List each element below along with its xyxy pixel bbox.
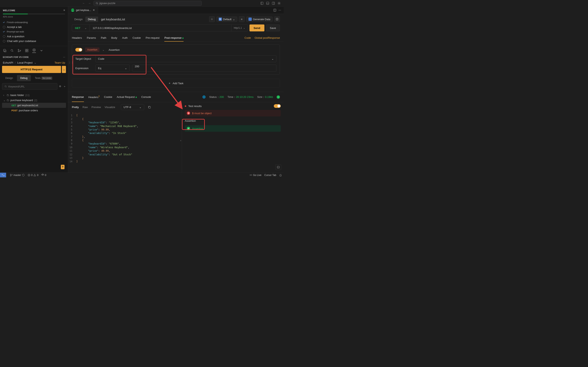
chevron-down-icon[interactable]: ⌄ <box>34 61 36 64</box>
tree-request[interactable]: GET get keyboardsList <box>2 103 66 108</box>
error-icon: ✕ <box>187 111 190 115</box>
url-input[interactable]: 127.0.0.1:8080/api/keyboardsList <box>90 26 231 30</box>
collapse-handle-icon[interactable]: › <box>180 139 181 142</box>
tab-path[interactable]: Path <box>101 34 106 42</box>
save-button[interactable]: Save <box>266 25 280 31</box>
mode-design[interactable]: Design <box>72 17 85 22</box>
test-results-toggle[interactable] <box>274 104 281 108</box>
tab-debug[interactable]: Debug <box>17 75 31 81</box>
panel-left-icon[interactable] <box>260 1 265 6</box>
welcome-item[interactable]: ✓Prompt an edit <box>3 29 65 34</box>
mode-debug[interactable]: Debug <box>85 17 98 22</box>
tab-prerequest[interactable]: Pre-request <box>146 34 160 42</box>
echoapi-icon[interactable] <box>32 48 36 53</box>
download-icon[interactable]: ↓ <box>277 95 280 99</box>
git-branch[interactable]: master <box>10 174 25 176</box>
resp-tab-response[interactable]: Response <box>72 94 84 100</box>
notifications-icon[interactable] <box>279 174 282 176</box>
add-task-button[interactable]: ＋ Add Task <box>72 79 280 88</box>
file-tab[interactable]: HTTP get keyboa... ✕ <box>68 7 98 14</box>
chevron-down-icon[interactable] <box>40 49 43 52</box>
resp-tab-cookie[interactable]: Cookie <box>104 94 112 100</box>
welcome-item[interactable]: ✓Finish onboarding <box>3 20 65 25</box>
tab-body[interactable]: Body <box>111 34 117 42</box>
tree-request[interactable]: POST purchase orders <box>2 108 66 113</box>
tab-postresponse[interactable]: Post-response <box>164 34 183 42</box>
expression-op-select[interactable]: Eq ⌄ <box>95 65 130 72</box>
http-request-button[interactable]: HTTP1/2 Request <box>2 66 61 73</box>
assertion-toggle[interactable] <box>75 48 82 52</box>
welcome-item[interactable]: Chat with your codebase <box>3 39 65 43</box>
ports[interactable]: 0 <box>41 174 46 176</box>
view-raw[interactable]: Raw <box>82 106 88 109</box>
problems[interactable]: 0 0 <box>27 174 38 176</box>
search-icon[interactable] <box>10 49 14 52</box>
svg-point-26 <box>12 174 12 175</box>
split-editor-icon[interactable] <box>273 8 277 12</box>
layout-icon[interactable] <box>276 164 281 170</box>
cursor-tab[interactable]: Cursor Tab <box>264 174 276 176</box>
assertion-section-label: Assertion <box>185 118 281 123</box>
assertion-result-row[interactable]: ✓ Assertion <box>185 125 281 132</box>
close-icon[interactable]: ✕ <box>93 8 95 12</box>
helper-badge-icon[interactable]: ? <box>61 165 65 169</box>
drag-handle-icon[interactable]: ⋮⋮ <box>68 61 74 64</box>
welcome-item[interactable]: Ask a question <box>3 34 65 39</box>
tab-params[interactable]: Params <box>87 34 96 42</box>
tab-auth[interactable]: Auth <box>122 34 128 42</box>
send-button[interactable]: Send <box>250 25 264 31</box>
team-up-link[interactable]: Team Up <box>54 61 65 64</box>
search-input[interactable]: Keyword/URL <box>2 83 57 90</box>
method-select[interactable]: GET ⌄ <box>72 25 90 31</box>
global-postresponse-link[interactable]: Global postResponse <box>255 36 280 39</box>
assertion-name[interactable]: Assertion <box>109 48 120 51</box>
copy-icon[interactable] <box>148 106 151 109</box>
extensions-icon[interactable] <box>25 49 29 52</box>
generate-data-button[interactable]: Generate Data <box>246 17 273 22</box>
files-icon[interactable] <box>3 49 7 52</box>
command-center-search[interactable]: jigsaw-puzzle <box>94 1 202 6</box>
add-icon[interactable]: ＋ <box>63 85 66 88</box>
panel-right-icon[interactable] <box>272 1 276 6</box>
resp-tab-console[interactable]: Console <box>141 94 151 100</box>
settings-gear-icon[interactable] <box>277 1 282 6</box>
resp-tab-actual[interactable]: Actual Request <box>117 94 137 100</box>
encoding-select[interactable]: UTF-8 ⌄ <box>121 104 144 110</box>
tree-folder[interactable]: ⌄ 🗀 purchase keyboard (2) <box>2 98 66 103</box>
list-icon[interactable]: ≡ <box>239 16 245 22</box>
view-preview[interactable]: Preview <box>91 106 101 109</box>
panel-bottom-icon[interactable] <box>266 1 270 6</box>
environment-select[interactable]: D Default ⌄ <box>216 17 237 22</box>
remote-icon[interactable] <box>0 173 6 178</box>
close-icon[interactable]: ✕ <box>63 9 65 12</box>
globe-icon[interactable]: 🌐 <box>202 95 206 99</box>
welcome-item[interactable]: Accept a tab <box>3 25 65 29</box>
resp-tab-headers[interactable]: Headers3 <box>88 94 100 100</box>
svg-rect-12 <box>25 51 26 52</box>
http-request-menu-button[interactable]: ⌄ <box>62 66 66 73</box>
more-icon[interactable]: ⋯ <box>278 8 281 12</box>
tab-headers[interactable]: Headers <box>72 34 82 42</box>
chevron-down-icon[interactable]: ⌄ <box>102 48 104 51</box>
search-icon <box>96 2 98 4</box>
nav-back-button[interactable]: ← <box>81 1 86 6</box>
view-visualize[interactable]: Visualize <box>104 106 115 109</box>
view-pretty[interactable]: Pretty <box>72 106 79 109</box>
tab-design[interactable]: Design <box>2 75 16 81</box>
settings-icon[interactable] <box>209 16 215 22</box>
save-icon[interactable] <box>274 16 280 22</box>
more-icon[interactable]: ⋯ <box>63 56 65 58</box>
go-live[interactable]: Go Live <box>250 174 261 176</box>
tree-folder[interactable]: › 🗀 basic folder (11) <box>2 92 66 98</box>
protocol-select[interactable]: http/1.1 ⌄ <box>231 25 248 31</box>
test-result-row[interactable]: ✕ $ must be object <box>185 110 281 117</box>
nav-forward-button[interactable]: → <box>87 1 92 6</box>
locate-icon[interactable]: ⊕ <box>59 85 61 88</box>
tab-tests[interactable]: TestsNo Limits <box>32 75 56 81</box>
code-link[interactable]: Code <box>245 36 251 39</box>
response-body-viewer[interactable]: 1234567891011121314 [ { "keyboardId": "1… <box>68 112 182 173</box>
expression-value-input[interactable]: 200 <box>132 65 277 72</box>
tab-cookie[interactable]: Cookie <box>132 34 141 42</box>
target-object-select[interactable]: Code ⌄ <box>95 55 277 62</box>
source-control-icon[interactable] <box>17 49 21 52</box>
